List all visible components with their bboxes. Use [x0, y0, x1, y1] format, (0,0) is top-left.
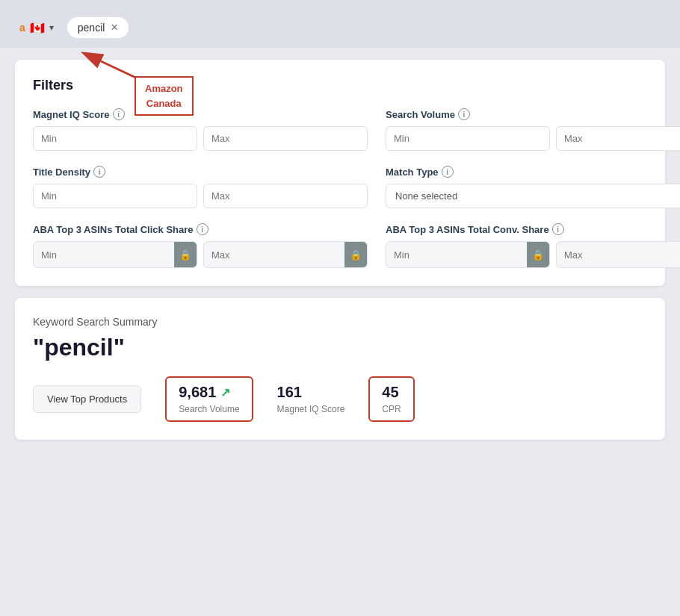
filters-grid: Magnet IQ Score i Search Volume i — [33, 108, 647, 268]
search-volume-max[interactable] — [556, 126, 680, 151]
chevron-down-icon: ▾ — [49, 22, 54, 33]
pencil-tab[interactable]: pencil × — [67, 17, 129, 38]
summary-keyword: "pencil" — [33, 334, 647, 361]
magnet-iq-max[interactable] — [203, 126, 368, 151]
lock-badge: 🔒 — [174, 242, 197, 267]
summary-metrics: View Top Products 9,681 ↗ Search Volume … — [33, 376, 647, 422]
lock-icon-3: 🔒 — [532, 249, 544, 261]
title-density-group: Title Density i — [33, 166, 368, 208]
magnet-iq-metric: 161 Magnet IQ Score — [277, 384, 345, 414]
aba-conv-min-wrapper: 🔒 — [386, 241, 550, 268]
cpr-label: CPR — [382, 404, 401, 414]
tab-bar: a 🇨🇦 ▾ pencil × — [0, 0, 680, 48]
close-icon[interactable]: × — [111, 22, 117, 34]
aba-conv-share-inputs: 🔒 🔒 — [386, 241, 680, 268]
aba-conv-share-label: ABA Top 3 ASINs Total Conv. Share i — [386, 223, 680, 235]
aba-click-max-wrapper: 🔒 — [203, 241, 368, 268]
search-volume-label: Search Volume i — [386, 108, 680, 120]
aba-conv-min — [386, 243, 527, 267]
magnet-iq-group: Magnet IQ Score i — [33, 108, 368, 151]
magnet-iq-info-icon[interactable]: i — [113, 108, 125, 120]
match-type-group: Match Type i None selected Broad Exact P… — [386, 166, 680, 208]
cpr-metric: 45 CPR — [368, 376, 414, 422]
search-volume-label: Search Volume — [179, 404, 239, 414]
aba-click-min — [34, 243, 174, 267]
aba-click-share-inputs: 🔒 🔒 — [33, 241, 368, 268]
search-volume-value: 9,681 ↗ — [179, 384, 239, 401]
match-type-inputs: None selected Broad Exact Phrase ⌄ — [386, 184, 680, 208]
search-volume-inputs — [386, 126, 680, 151]
aba-click-min-wrapper: 🔒 — [33, 241, 197, 268]
view-top-products-button[interactable]: View Top Products — [33, 385, 141, 413]
title-density-max[interactable] — [203, 184, 368, 208]
canada-flag: 🇨🇦 — [30, 21, 45, 35]
lock-icon-2: 🔒 — [350, 249, 362, 261]
summary-subtitle: Keyword Search Summary — [33, 316, 647, 328]
aba-conv-share-info-icon[interactable]: i — [552, 223, 564, 235]
aba-conv-max — [557, 243, 680, 267]
amazon-tab[interactable]: a 🇨🇦 ▾ — [12, 16, 61, 40]
amazon-letter: a — [19, 22, 25, 34]
title-density-inputs — [33, 184, 368, 208]
match-type-select[interactable]: None selected Broad Exact Phrase — [386, 184, 680, 208]
aba-click-share-info-icon[interactable]: i — [197, 223, 208, 235]
lock-badge-3: 🔒 — [527, 242, 549, 267]
aba-conv-share-group: ABA Top 3 ASINs Total Conv. Share i 🔒 🔒 — [386, 223, 680, 268]
magnet-iq-metric-label: Magnet IQ Score — [277, 404, 345, 414]
main-content: Filters Magnet IQ Score i Search Volume … — [0, 48, 680, 452]
match-type-select-wrapper: None selected Broad Exact Phrase ⌄ — [386, 184, 680, 208]
trend-icon: ↗ — [220, 385, 230, 399]
title-density-info-icon[interactable]: i — [93, 166, 105, 178]
search-volume-group: Search Volume i — [386, 108, 680, 151]
magnet-iq-label: Magnet IQ Score i — [33, 108, 368, 120]
aba-click-share-label: ABA Top 3 ASINs Total Click Share i — [33, 223, 368, 235]
match-type-label: Match Type i — [386, 166, 680, 178]
magnet-iq-inputs — [33, 126, 368, 151]
search-volume-min[interactable] — [386, 126, 550, 151]
pencil-tab-label: pencil — [78, 22, 105, 34]
aba-conv-max-wrapper: 🔒 — [556, 241, 680, 268]
title-density-label: Title Density i — [33, 166, 368, 178]
aba-click-share-group: ABA Top 3 ASINs Total Click Share i 🔒 🔒 — [33, 223, 368, 268]
filters-card: Filters Magnet IQ Score i Search Volume … — [15, 60, 665, 286]
cpr-value: 45 — [382, 384, 401, 401]
title-density-min[interactable] — [33, 184, 197, 208]
search-volume-info-icon[interactable]: i — [458, 108, 470, 120]
summary-card: Keyword Search Summary "pencil" View Top… — [15, 298, 665, 440]
match-type-info-icon[interactable]: i — [442, 166, 454, 178]
lock-icon: 🔒 — [179, 249, 191, 261]
lock-badge-2: 🔒 — [344, 242, 367, 267]
search-volume-metric: 9,681 ↗ Search Volume — [165, 376, 253, 422]
magnet-iq-value: 161 — [277, 384, 345, 401]
magnet-iq-min[interactable] — [33, 126, 197, 151]
aba-click-max — [204, 243, 344, 267]
filters-title: Filters — [33, 78, 647, 93]
